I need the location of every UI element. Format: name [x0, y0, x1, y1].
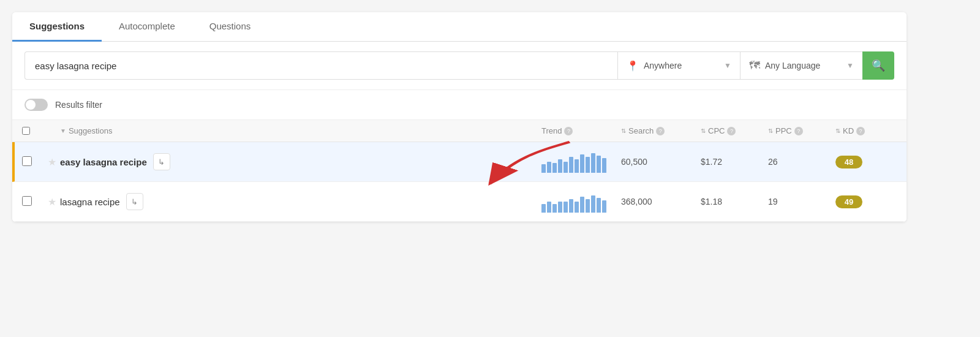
- row2-trend-bars: [541, 191, 621, 213]
- language-icon: 🗺: [749, 59, 760, 72]
- sort-icon: ▼: [60, 127, 66, 134]
- select-all-checkbox[interactable]: [22, 127, 30, 135]
- bar: [552, 163, 557, 173]
- language-label: Any Language: [765, 61, 820, 70]
- row1-kd-badge: 48: [835, 156, 862, 168]
- row1-ppc: 26: [768, 157, 835, 167]
- table-row: ★ lasagna recipe ↳: [12, 182, 907, 222]
- row2-checkbox-cell: [22, 196, 48, 208]
- bar: [575, 202, 579, 213]
- bar: [569, 157, 573, 173]
- row1-search-vol: 60,500: [621, 157, 701, 167]
- bar: [552, 204, 557, 213]
- row2-kd-badge: 49: [835, 195, 862, 208]
- bar: [547, 162, 551, 173]
- bar: [558, 202, 562, 213]
- location-icon: 📍: [627, 60, 639, 72]
- bar: [586, 199, 590, 213]
- row1-star-cell: ★: [48, 156, 60, 168]
- language-dropdown[interactable]: 🗺 Any Language ▼: [740, 51, 862, 80]
- th-kd[interactable]: ⇅ KD ?: [835, 126, 897, 135]
- language-chevron-icon: ▼: [846, 61, 854, 70]
- row1-star-icon[interactable]: ★: [48, 157, 56, 167]
- results-filter-label: Results filter: [55, 100, 102, 110]
- row1-trend-cell: [541, 151, 621, 173]
- location-chevron-icon: ▼: [724, 61, 731, 70]
- row2-arrow-button[interactable]: ↳: [126, 193, 143, 210]
- bar: [541, 204, 546, 213]
- bar: [575, 159, 579, 173]
- th-suggestions[interactable]: ▼ Suggestions: [60, 126, 541, 135]
- location-label: Anywhere: [644, 61, 682, 70]
- row2-search-vol: 368,000: [621, 197, 701, 206]
- table-row: ★ easy lasagna recipe ↳: [12, 142, 907, 182]
- bar: [602, 200, 606, 213]
- bar: [580, 197, 584, 213]
- th-cpc[interactable]: ⇅ CPC ?: [701, 126, 768, 135]
- row1-cpc: $1.72: [701, 157, 768, 167]
- bar: [541, 164, 546, 173]
- search-icon: 🔍: [872, 59, 885, 72]
- ppc-info-icon: ?: [794, 127, 803, 135]
- tab-autocomplete[interactable]: Autocomplete: [102, 12, 192, 42]
- bar: [597, 156, 601, 173]
- search-input[interactable]: [35, 61, 608, 71]
- search-info-icon: ?: [656, 127, 665, 135]
- bar: [597, 198, 601, 213]
- trend-info-icon: ?: [564, 127, 573, 135]
- row2-star-cell: ★: [48, 196, 60, 208]
- row1-kd-cell: 48: [835, 156, 897, 168]
- row2-keyword: lasagna recipe: [60, 197, 120, 207]
- bar: [569, 199, 573, 213]
- bar: [558, 159, 562, 173]
- table-container: ▼ Suggestions Trend ? ⇅ Search ? ⇅ CPC ?…: [12, 120, 907, 222]
- row2-keyword-cell: lasagna recipe ↳: [60, 193, 541, 210]
- row2-checkbox[interactable]: [22, 196, 32, 206]
- kd-sort-icon: ⇅: [835, 127, 840, 134]
- table-header: ▼ Suggestions Trend ? ⇅ Search ? ⇅ CPC ?…: [12, 120, 907, 142]
- tab-suggestions[interactable]: Suggestions: [12, 12, 102, 42]
- bar: [586, 157, 590, 173]
- bar: [580, 154, 584, 173]
- tab-bar: Suggestions Autocomplete Questions: [12, 12, 907, 42]
- main-container: Suggestions Autocomplete Questions 📍 Any…: [12, 12, 907, 222]
- row2-trend-cell: [541, 191, 621, 213]
- th-checkbox: [22, 127, 48, 135]
- search-bar: 📍 Anywhere ▼ 🗺 Any Language ▼ 🔍: [12, 42, 907, 90]
- row2-star-icon[interactable]: ★: [48, 197, 56, 207]
- tab-questions[interactable]: Questions: [192, 12, 268, 42]
- search-sort-icon: ⇅: [621, 127, 626, 134]
- row2-ppc: 19: [768, 197, 835, 206]
- cpc-info-icon: ?: [727, 127, 736, 135]
- bar: [602, 158, 606, 173]
- ppc-sort-icon: ⇅: [768, 127, 773, 134]
- kd-info-icon: ?: [856, 127, 865, 135]
- row2-cpc: $1.18: [701, 197, 768, 206]
- row1-arrow-button[interactable]: ↳: [153, 153, 170, 170]
- bar: [591, 153, 595, 173]
- search-input-wrap[interactable]: [24, 51, 617, 80]
- th-trend[interactable]: Trend ?: [541, 126, 621, 135]
- row1-trend-bars: [541, 151, 621, 173]
- th-ppc[interactable]: ⇅ PPC ?: [768, 126, 835, 135]
- bar: [591, 195, 595, 213]
- search-button[interactable]: 🔍: [862, 51, 894, 80]
- results-filter-toggle[interactable]: [24, 99, 48, 111]
- bar: [564, 162, 568, 173]
- row1-checkbox-cell: [22, 156, 48, 168]
- th-search[interactable]: ⇅ Search ?: [621, 126, 701, 135]
- bar: [564, 202, 568, 213]
- row1-keyword: easy lasagna recipe: [60, 157, 147, 167]
- bar: [547, 202, 551, 213]
- row1-keyword-cell: easy lasagna recipe ↳: [60, 153, 541, 170]
- row2-kd-cell: 49: [835, 195, 897, 208]
- location-dropdown[interactable]: 📍 Anywhere ▼: [617, 51, 740, 80]
- row1-checkbox[interactable]: [22, 156, 32, 166]
- cpc-sort-icon: ⇅: [701, 127, 706, 134]
- filter-bar: Results filter: [12, 90, 907, 120]
